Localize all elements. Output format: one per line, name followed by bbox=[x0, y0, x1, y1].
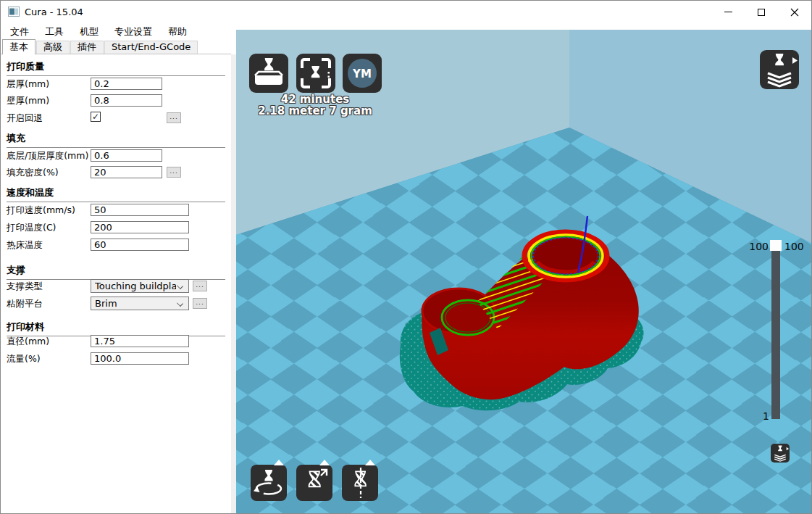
chevron-down-icon bbox=[177, 300, 183, 307]
support-type-select[interactable]: Touching buildplate bbox=[91, 279, 189, 293]
youmagine-share-icon: YM bbox=[343, 54, 382, 93]
menu-help[interactable]: 帮助 bbox=[160, 23, 195, 39]
retraction-more-button[interactable]: ... bbox=[167, 112, 181, 123]
print-material-usage: 2.18 meter 7 gram bbox=[248, 105, 382, 117]
print-temperature-input[interactable] bbox=[91, 221, 189, 233]
basic-settings-page: 打印质量 层厚(mm) 壁厚(mm) 开启回退 ✓ ... 填充 底层/顶层厚度… bbox=[1, 54, 231, 513]
youmagine-share-button[interactable]: YM bbox=[343, 54, 382, 93]
expand-triangle-icon bbox=[319, 460, 330, 465]
close-icon bbox=[790, 8, 799, 17]
wall-thickness-input[interactable] bbox=[91, 94, 162, 107]
print-temperature-label: 打印温度(C) bbox=[7, 221, 92, 233]
section-print-material: 打印材料 bbox=[7, 320, 225, 336]
wall-thickness-label: 壁厚(mm) bbox=[7, 94, 92, 107]
scale-tool-button[interactable] bbox=[296, 465, 332, 501]
section-speed-temperature: 速度和温度 bbox=[7, 186, 225, 202]
fill-density-label: 填充密度(%) bbox=[7, 166, 92, 178]
layer-min-label: 1 bbox=[743, 410, 769, 422]
platform-adhesion-value: Brim bbox=[95, 297, 176, 310]
save-toolpath-button[interactable] bbox=[296, 54, 335, 93]
support-type-value: Touching buildplate bbox=[95, 280, 176, 292]
support-type-more-button[interactable]: ... bbox=[193, 281, 207, 291]
cura-app-icon bbox=[8, 6, 20, 17]
mirror-icon bbox=[342, 465, 378, 501]
fill-density-more-button[interactable]: ... bbox=[167, 167, 181, 178]
flow-label: 流量(%) bbox=[7, 352, 92, 365]
mirror-tool-button[interactable] bbox=[342, 465, 378, 501]
layer-max-label: 100 bbox=[784, 241, 804, 252]
checkmark-icon: ✓ bbox=[92, 112, 99, 122]
section-support: 支撑 bbox=[7, 264, 225, 280]
maximize-icon bbox=[758, 9, 765, 16]
minimize-icon bbox=[724, 12, 732, 12]
tab-start-end-gcode[interactable]: Start/End-GCode bbox=[104, 41, 198, 54]
menu-machine[interactable]: 机型 bbox=[72, 23, 106, 39]
bed-temperature-label: 热床温度 bbox=[7, 239, 92, 251]
maximize-button[interactable] bbox=[745, 1, 778, 23]
minimize-button[interactable] bbox=[711, 1, 745, 23]
retraction-checkbox[interactable]: ✓ bbox=[91, 112, 101, 122]
tab-advanced[interactable]: 高级 bbox=[36, 41, 70, 54]
chevron-down-icon bbox=[177, 283, 183, 289]
settings-panel: 打印质量 层厚(mm) 壁厚(mm) 开启回退 ✓ ... 填充 底层/顶层厚度… bbox=[1, 54, 236, 513]
mini-view-mode-button[interactable] bbox=[771, 444, 790, 463]
cura-window: Cura - 15.04 文件 工具 机型 专业设置 帮助 基本 高级 插件 S… bbox=[0, 0, 812, 514]
scale-icon bbox=[296, 465, 332, 501]
menu-file[interactable]: 文件 bbox=[2, 23, 37, 39]
fill-density-input[interactable] bbox=[91, 166, 162, 178]
bottom-top-thickness-label: 底层/顶层厚度(mm) bbox=[7, 149, 92, 162]
print-speed-input[interactable] bbox=[91, 204, 189, 216]
3d-viewport[interactable]: YM 42 minutes 2.18 meter 7 gram 100 100 … bbox=[236, 30, 812, 514]
section-fill: 填充 bbox=[7, 132, 225, 148]
expand-triangle-icon bbox=[274, 460, 284, 465]
print-speed-label: 打印速度(mm/s) bbox=[7, 204, 92, 216]
title-bar: Cura - 15.04 bbox=[1, 1, 811, 23]
menu-tools[interactable]: 工具 bbox=[37, 23, 72, 39]
youmagine-label: YM bbox=[352, 67, 372, 80]
layer-height-input[interactable] bbox=[91, 78, 162, 90]
load-model-button[interactable] bbox=[249, 54, 288, 93]
settings-tabstrip: 基本 高级 插件 Start/End-GCode bbox=[1, 39, 231, 54]
layer-view-icon bbox=[760, 50, 799, 89]
platform-adhesion-select[interactable]: Brim bbox=[91, 297, 189, 310]
menu-expert[interactable]: 专业设置 bbox=[106, 23, 160, 39]
expand-triangle-icon bbox=[365, 460, 375, 465]
platform-adhesion-label: 粘附平台 bbox=[7, 297, 92, 310]
layer-slider-handle[interactable] bbox=[770, 240, 782, 251]
filament-diameter-label: 直径(mm) bbox=[7, 335, 92, 347]
window-title: Cura - 15.04 bbox=[25, 7, 83, 17]
print-stats: 42 minutes 2.18 meter 7 gram bbox=[248, 94, 382, 117]
filament-diameter-input[interactable] bbox=[91, 335, 189, 347]
close-button[interactable] bbox=[778, 1, 811, 23]
layer-view-small-icon bbox=[771, 444, 790, 463]
support-type-label: 支撑类型 bbox=[7, 280, 92, 292]
platform-adhesion-more-button[interactable]: ... bbox=[193, 298, 207, 309]
load-model-icon bbox=[249, 54, 288, 93]
rotate-tool-button[interactable] bbox=[251, 465, 287, 501]
tab-basic[interactable]: 基本 bbox=[2, 39, 35, 54]
layer-height-label: 层厚(mm) bbox=[7, 78, 92, 90]
bottom-top-thickness-input[interactable] bbox=[91, 149, 162, 162]
sliced-model[interactable] bbox=[377, 207, 667, 447]
save-toolpath-icon bbox=[296, 54, 335, 93]
bed-temperature-input[interactable] bbox=[91, 239, 189, 251]
rotate-icon bbox=[251, 465, 287, 501]
layer-current-label: 100 bbox=[742, 241, 769, 252]
retraction-label: 开启回退 bbox=[7, 112, 92, 124]
view-mode-button[interactable] bbox=[760, 50, 799, 89]
tab-plugins[interactable]: 插件 bbox=[70, 41, 104, 54]
section-print-quality: 打印质量 bbox=[7, 60, 225, 76]
layer-slider-track[interactable] bbox=[771, 241, 780, 419]
flow-input[interactable] bbox=[91, 352, 189, 365]
print-time: 42 minutes bbox=[248, 94, 382, 105]
